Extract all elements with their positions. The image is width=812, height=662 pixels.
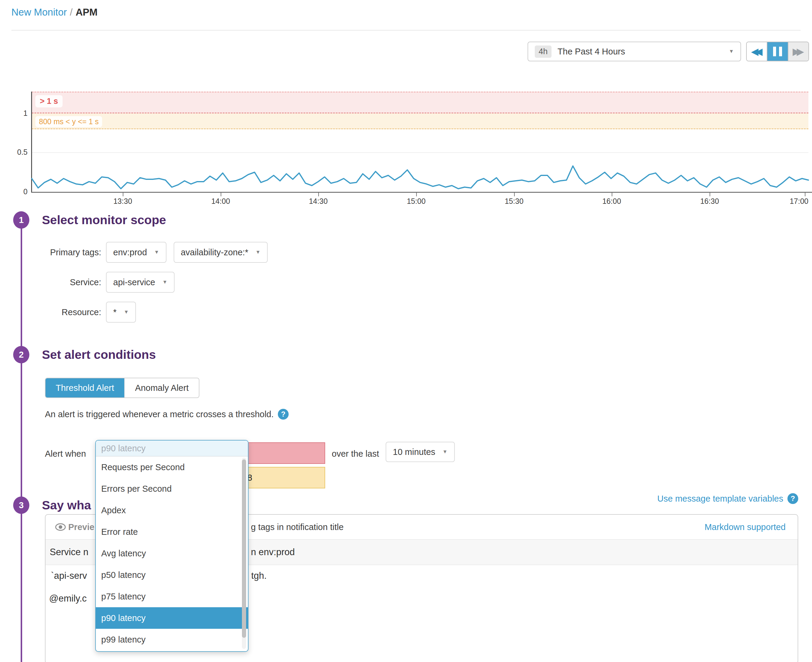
help-icon[interactable]: ? bbox=[788, 493, 798, 504]
metric-option-p75-latency[interactable]: p75 latency bbox=[96, 586, 248, 607]
x-tick-label: 15:00 bbox=[397, 197, 436, 206]
time-window-value: 10 minutes bbox=[393, 447, 435, 457]
metric-option-p50-latency[interactable]: p50 latency bbox=[96, 564, 248, 586]
critical-threshold-input[interactable]: 1 bbox=[235, 442, 325, 464]
warning-threshold-input[interactable]: 0.8 bbox=[235, 467, 325, 488]
chevron-down-icon: ▼ bbox=[442, 449, 448, 455]
chevron-down-icon: ▼ bbox=[256, 249, 260, 255]
alert-description-row: An alert is triggered whenever a metric … bbox=[45, 409, 289, 419]
alert-type-tabs: Threshold Alert Anomaly Alert bbox=[45, 378, 199, 398]
x-tick-label: 13:30 bbox=[103, 197, 142, 206]
metric-search-input[interactable] bbox=[96, 440, 248, 456]
chevron-down-icon: ▼ bbox=[154, 249, 159, 255]
step-1-title: Select monitor scope bbox=[42, 211, 166, 229]
over-the-last-label: over the last bbox=[332, 445, 379, 463]
x-tick bbox=[221, 193, 221, 196]
resource-label: Resource: bbox=[30, 307, 101, 317]
tab-anomaly-alert[interactable]: Anomaly Alert bbox=[124, 378, 199, 397]
step-3-circle: 3 bbox=[13, 496, 29, 514]
template-variables-row: Use message template variables ? bbox=[657, 493, 798, 504]
primary-tags-label: Primary tags: bbox=[30, 247, 101, 257]
metric-option-apdex[interactable]: Apdex bbox=[96, 500, 248, 521]
x-tick-label: 16:00 bbox=[592, 197, 631, 206]
latency-chart: > 1 s 800 ms < y <= 1 s 1 0.5 0 13:30 14… bbox=[0, 0, 812, 209]
chevron-down-icon: ▼ bbox=[162, 279, 167, 285]
service-value: api-service bbox=[113, 278, 155, 287]
x-tick bbox=[514, 193, 515, 196]
resource-select[interactable]: * ▼ bbox=[106, 302, 136, 323]
service-select[interactable]: api-service ▼ bbox=[106, 272, 175, 293]
primary-tag-az-select[interactable]: availability-zone:* ▼ bbox=[174, 242, 268, 263]
resource-value: * bbox=[113, 307, 116, 317]
metric-dropdown: Requests per Second Errors per Second Ap… bbox=[95, 440, 249, 652]
service-label: Service: bbox=[30, 278, 101, 287]
metric-option-p90-latency[interactable]: p90 latency bbox=[96, 607, 248, 629]
preview-tab[interactable]: Previe bbox=[55, 515, 94, 539]
template-variables-link[interactable]: Use message template variables bbox=[657, 494, 783, 504]
metric-option-p99-latency[interactable]: p99 latency bbox=[96, 629, 248, 650]
x-tick bbox=[123, 193, 123, 196]
help-icon[interactable]: ? bbox=[278, 409, 289, 419]
dropdown-scrollbar-thumb[interactable] bbox=[242, 460, 246, 638]
message-text-line1-right: tgh. bbox=[251, 570, 267, 581]
x-axis-line bbox=[31, 192, 812, 193]
x-tick-label: 17:00 bbox=[770, 197, 809, 206]
latency-series bbox=[0, 0, 812, 209]
title-text-right: n env:prod bbox=[251, 540, 295, 565]
step-2-title: Set alert conditions bbox=[42, 346, 156, 363]
preview-tab-label: Previe bbox=[68, 522, 94, 532]
step-connector-line bbox=[21, 220, 22, 662]
metric-option-error-rate[interactable]: Error rate bbox=[96, 521, 248, 543]
y-tick-label: 0 bbox=[9, 187, 27, 196]
x-tick-label: 14:00 bbox=[201, 197, 240, 206]
x-tick bbox=[710, 193, 710, 196]
notification-title-option-text: g tags in notification title bbox=[251, 515, 344, 539]
eye-icon bbox=[55, 523, 66, 531]
y-tick-label: 1 bbox=[9, 109, 27, 117]
tab-threshold-alert[interactable]: Threshold Alert bbox=[45, 378, 124, 397]
x-tick bbox=[612, 193, 612, 196]
primary-tags-row: Primary tags: env:prod ▼ availability-zo… bbox=[30, 242, 275, 263]
step-1-circle: 1 bbox=[13, 211, 29, 229]
message-text-line2-left: @emily.c bbox=[49, 593, 87, 604]
time-window-select[interactable]: 10 minutes ▼ bbox=[386, 442, 455, 462]
metric-option-requests-per-second[interactable]: Requests per Second bbox=[96, 456, 248, 478]
chevron-down-icon: ▼ bbox=[124, 309, 129, 315]
x-tick-label: 16:30 bbox=[690, 197, 729, 206]
primary-tag-env-select[interactable]: env:prod ▼ bbox=[106, 242, 166, 263]
alert-when-label: Alert when bbox=[45, 445, 86, 463]
service-row: Service: api-service ▼ bbox=[30, 272, 182, 293]
x-tick bbox=[416, 193, 417, 196]
metric-option-errors-per-second[interactable]: Errors per Second bbox=[96, 478, 248, 500]
primary-tag-az-value: availability-zone:* bbox=[181, 247, 249, 257]
primary-tag-env-value: env:prod bbox=[113, 247, 147, 257]
step-3-title: Say wha bbox=[42, 496, 91, 514]
title-text-left: Service n bbox=[50, 540, 88, 565]
markdown-supported-link[interactable]: Markdown supported bbox=[704, 515, 786, 539]
message-text-line1-left: `api-serv bbox=[51, 570, 87, 581]
x-tick-label: 15:30 bbox=[495, 197, 534, 206]
resource-row: Resource: * ▼ bbox=[30, 302, 143, 323]
alert-description: An alert is triggered whenever a metric … bbox=[45, 410, 274, 419]
x-tick bbox=[805, 193, 806, 196]
step-2-circle: 2 bbox=[13, 346, 29, 363]
x-tick-label: 14:30 bbox=[299, 197, 338, 206]
metric-option-avg-latency[interactable]: Avg latency bbox=[96, 543, 248, 564]
metric-dropdown-list: Requests per Second Errors per Second Ap… bbox=[96, 456, 248, 651]
x-tick bbox=[318, 193, 319, 196]
y-tick-label: 0.5 bbox=[9, 148, 27, 156]
